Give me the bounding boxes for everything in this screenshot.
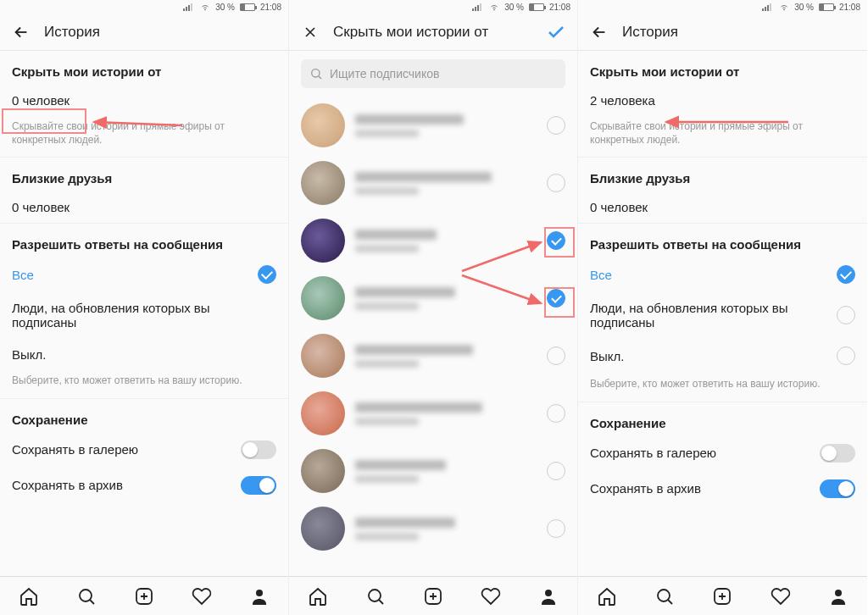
picker-content: Ищите подписчиков — [289, 51, 577, 576]
nav-profile-icon[interactable] — [249, 586, 270, 607]
close-button[interactable] — [299, 21, 321, 43]
user-name-blurred — [355, 402, 537, 425]
reply-section-header: Разрешить ответы на сообщения — [0, 224, 288, 257]
svg-point-4 — [494, 9, 495, 10]
reply-option-off-label: Выкл. — [12, 347, 46, 362]
nav-home-icon[interactable] — [19, 586, 39, 607]
checkbox-unchecked[interactable] — [547, 174, 565, 192]
wifi-icon — [489, 2, 499, 12]
close-friends-section-header: Близкие друзья — [0, 158, 288, 191]
back-button[interactable] — [588, 21, 610, 43]
header: Скрыть мои истории от — [289, 14, 577, 51]
nav-profile-icon[interactable] — [828, 586, 849, 607]
close-friends-count-row[interactable]: 0 человек — [0, 191, 288, 223]
battery-percent: 30 % — [504, 3, 524, 12]
nav-profile-icon[interactable] — [538, 586, 559, 607]
signal-icon — [472, 3, 484, 11]
status-time: 21:08 — [839, 3, 860, 12]
nav-home-icon[interactable] — [308, 586, 328, 607]
toggle-off[interactable] — [241, 440, 276, 459]
avatar — [301, 103, 345, 147]
nav-search-icon[interactable] — [654, 586, 675, 607]
bottom-nav — [289, 576, 577, 615]
search-input[interactable]: Ищите подписчиков — [301, 59, 565, 88]
battery-icon — [240, 3, 255, 11]
panel-story-settings-after: 30 % 21:08 История Скрыть мои истории от… — [578, 0, 867, 615]
save-section-header: Сохранение — [0, 399, 288, 432]
battery-percent: 30 % — [215, 3, 235, 12]
checkbox-checked[interactable] — [547, 289, 565, 308]
svg-point-9 — [784, 9, 785, 10]
user-row[interactable] — [289, 97, 577, 154]
radio-checked-icon — [258, 265, 276, 284]
save-section-header: Сохранение — [578, 402, 867, 435]
save-archive-row[interactable]: Сохранять в архив — [578, 471, 867, 507]
nav-search-icon[interactable] — [76, 586, 97, 607]
close-friends-count: 0 человек — [12, 200, 70, 214]
settings-content: Скрыть мои истории от 2 человека Скрывай… — [578, 51, 867, 576]
user-name-blurred — [355, 230, 537, 252]
user-name-blurred — [355, 114, 537, 137]
user-row[interactable] — [289, 385, 577, 442]
checkbox-unchecked[interactable] — [547, 116, 565, 135]
user-row[interactable] — [289, 500, 577, 557]
reply-desc: Выберите, кто может ответить на вашу ист… — [578, 374, 867, 401]
reply-option-off[interactable]: Выкл. — [0, 338, 288, 370]
checkbox-checked[interactable] — [547, 231, 565, 250]
status-bar: 30 % 21:08 — [289, 0, 577, 14]
reply-option-all[interactable]: Все — [0, 257, 288, 292]
svg-point-10 — [658, 590, 670, 601]
user-row[interactable] — [289, 442, 577, 500]
user-row[interactable] — [289, 154, 577, 212]
svg-point-5 — [312, 69, 320, 77]
reply-option-following[interactable]: Люди, на обновления которых вы подписаны — [578, 292, 867, 338]
nav-home-icon[interactable] — [597, 586, 617, 607]
hide-story-count-row[interactable]: 0 человек — [0, 84, 288, 116]
page-title: История — [622, 24, 857, 41]
reply-option-all[interactable]: Все — [578, 257, 867, 292]
hide-story-section-header: Скрыть мои истории от — [0, 51, 288, 84]
reply-option-following[interactable]: Люди, на обновления которых вы подписаны — [0, 292, 288, 338]
battery-percent: 30 % — [794, 3, 814, 12]
nav-activity-icon[interactable] — [192, 586, 212, 607]
nav-add-icon[interactable] — [423, 586, 443, 607]
save-gallery-row[interactable]: Сохранять в галерею — [578, 435, 867, 471]
page-title: История — [44, 24, 278, 41]
radio-checked-icon — [837, 265, 855, 284]
reply-section-header: Разрешить ответы на сообщения — [578, 224, 867, 257]
save-gallery-row[interactable]: Сохранять в галерею — [0, 432, 288, 468]
checkbox-unchecked[interactable] — [547, 404, 565, 423]
toggle-off[interactable] — [820, 444, 855, 463]
nav-activity-icon[interactable] — [481, 586, 501, 607]
close-friends-section-header: Близкие друзья — [578, 158, 867, 191]
nav-activity-icon[interactable] — [771, 586, 791, 607]
radio-unchecked-icon — [837, 306, 855, 324]
status-bar: 30 % 21:08 — [578, 0, 867, 14]
reply-option-off[interactable]: Выкл. — [578, 338, 867, 374]
save-gallery-label: Сохранять в галерею — [590, 446, 716, 460]
nav-add-icon[interactable] — [712, 586, 732, 607]
close-friends-count: 0 человек — [590, 200, 648, 214]
save-archive-row[interactable]: Сохранять в архив — [0, 468, 288, 503]
search-wrap: Ищите подписчиков — [289, 51, 577, 97]
radio-unchecked-icon — [837, 346, 855, 365]
close-friends-count-row[interactable]: 0 человек — [578, 191, 867, 223]
toggle-on[interactable] — [820, 479, 855, 498]
battery-icon — [529, 3, 544, 11]
checkbox-unchecked[interactable] — [547, 462, 565, 480]
hide-story-count-row[interactable]: 2 человека — [578, 84, 867, 116]
nav-add-icon[interactable] — [134, 586, 154, 607]
checkbox-unchecked[interactable] — [547, 519, 565, 538]
nav-search-icon[interactable] — [365, 586, 386, 607]
toggle-on[interactable] — [241, 476, 276, 495]
user-row[interactable] — [289, 212, 577, 269]
save-gallery-label: Сохранять в галерею — [12, 442, 138, 457]
reply-option-following-label: Люди, на обновления которых вы подписаны — [590, 301, 793, 330]
checkbox-unchecked[interactable] — [547, 346, 565, 365]
user-row[interactable] — [289, 269, 577, 327]
back-button[interactable] — [10, 21, 32, 43]
confirm-button[interactable] — [545, 21, 567, 43]
user-row[interactable] — [289, 327, 577, 385]
hide-story-desc: Скрывайте свои истории и прямые эфиры от… — [578, 116, 867, 157]
avatar — [301, 219, 345, 263]
